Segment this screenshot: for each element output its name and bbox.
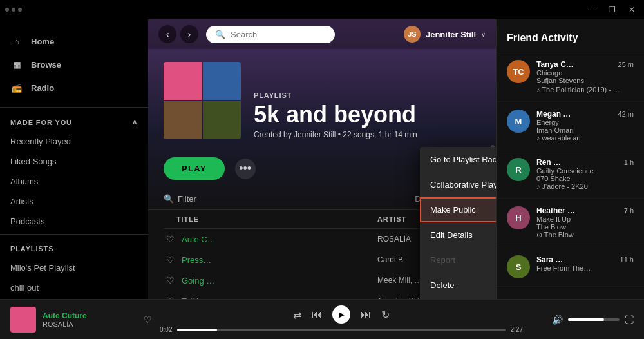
- context-menu-create-similar[interactable]: Create Similar Playlist: [420, 298, 496, 299]
- search-input[interactable]: [231, 30, 321, 39]
- friend-item-1[interactable]: M Megan … 42 m Energy Iman Omari ♪ weara…: [497, 102, 644, 150]
- search-bar[interactable]: 🔍: [206, 26, 335, 43]
- heart-icon[interactable]: ♡: [164, 255, 176, 265]
- chevron-up-icon: ∧: [132, 118, 138, 126]
- friend-item-0[interactable]: TC Tanya C… 25 m Chicago Sufjan Stevens …: [497, 52, 644, 102]
- heart-icon[interactable]: ♡: [164, 296, 176, 299]
- context-menu-playlist-radio[interactable]: Go to Playlist Radio: [420, 147, 496, 172]
- fullscreen-button[interactable]: ⛶: [625, 315, 634, 325]
- sidebar-item-podcasts[interactable]: Podcasts: [0, 211, 148, 231]
- player-controls: ⇄ ⏮ ▶ ⏭ ↻ 0:02 2:27: [160, 305, 523, 333]
- more-options-button[interactable]: •••: [235, 159, 256, 179]
- titlebar-controls: — ❐ ✕: [584, 4, 639, 15]
- repeat-button[interactable]: ↻: [381, 309, 390, 321]
- art-cell-2: [203, 62, 241, 100]
- now-playing: Aute Cuture ROSALÍA ♡: [10, 307, 152, 333]
- friend-song: ♪ The Politician (2019) - …: [536, 86, 620, 93]
- track-title: Aute C…: [182, 235, 372, 244]
- time-current: 0:02: [160, 326, 172, 333]
- filter-icon: 🔍: [164, 194, 174, 204]
- next-button[interactable]: ⏭: [361, 309, 371, 320]
- sidebar-item-radio[interactable]: 📻 Radio: [0, 76, 148, 99]
- friend-track1: Guilty Conscience: [536, 167, 634, 175]
- maximize-button[interactable]: ❐: [605, 4, 620, 15]
- friend-name: Megan …: [536, 110, 571, 119]
- browse-icon: ▦: [10, 58, 23, 71]
- friend-avatar: TC: [507, 60, 530, 83]
- playlist-art: [164, 62, 241, 139]
- title-column-header: TITLE: [176, 215, 377, 223]
- content-area: ‹ › 🔍 JS Jennifer Still ∨ PLAYLIST: [148, 19, 496, 299]
- sidebar-item-label: Browse: [31, 60, 61, 70]
- context-menu-collaborative[interactable]: Collaborative Playlist: [420, 172, 496, 197]
- playlist-title: 5k and beyond: [254, 102, 417, 128]
- friend-name: Ren …: [536, 158, 561, 167]
- sidebar-item-recently-played[interactable]: Recently Played: [0, 131, 148, 151]
- now-playing-title: Aute Cuture: [43, 311, 137, 320]
- heart-icon[interactable]: ♡: [144, 315, 152, 325]
- titlebar: — ❐ ✕: [0, 0, 644, 19]
- sidebar-item-home[interactable]: ⌂ Home: [0, 30, 148, 53]
- sidebar-item-artists[interactable]: Artists: [0, 191, 148, 211]
- friend-time: 42 m: [618, 110, 634, 118]
- friend-track1: Chicago: [536, 69, 634, 77]
- friend-item-3[interactable]: H Heather … 7 h Make It Up The Blow ⊙ Th…: [497, 199, 644, 247]
- progress-fill: [177, 329, 216, 331]
- friend-song: ⊙ The Blow: [536, 231, 634, 239]
- back-button[interactable]: ‹: [158, 25, 176, 43]
- progress-track[interactable]: [177, 329, 505, 331]
- friend-item-2[interactable]: R Ren … 1 h Guilty Conscience 070 Shake …: [497, 150, 644, 199]
- volume-track[interactable]: [568, 318, 620, 321]
- titlebar-dot: [18, 8, 22, 12]
- friend-activity-header: Friend Activity: [497, 19, 644, 52]
- now-playing-artist: ROSALÍA: [43, 320, 137, 328]
- sidebar-nav: ⌂ Home ▦ Browse 📻 Radio: [0, 19, 148, 104]
- sidebar-item-browse[interactable]: ▦ Browse: [0, 53, 148, 76]
- sidebar: ⌂ Home ▦ Browse 📻 Radio Made For You ∧ R…: [0, 19, 148, 299]
- progress-bar: 0:02 2:27: [160, 326, 523, 333]
- sidebar-item-label: Radio: [31, 83, 54, 93]
- heart-icon[interactable]: ♡: [164, 275, 176, 286]
- shuffle-button[interactable]: ⇄: [293, 309, 301, 321]
- bottom-player: Aute Cuture ROSALÍA ♡ ⇄ ⏮ ▶ ⏭ ↻ 0:02 2:2…: [0, 299, 644, 339]
- now-playing-art: [10, 307, 36, 333]
- friend-time: 7 h: [624, 207, 634, 215]
- context-menu: Go to Playlist Radio Collaborative Playl…: [420, 147, 496, 299]
- sidebar-playlist-chill[interactable]: chill out: [0, 278, 148, 298]
- avatar: JS: [404, 26, 421, 43]
- made-for-you-header: Made For You ∧: [0, 110, 148, 131]
- friend-item-4[interactable]: S Sara … 11 h Free From The…: [497, 247, 644, 287]
- content-header: ‹ › 🔍 JS Jennifer Still ∨: [148, 19, 496, 49]
- playlists-header: PLAYLISTS: [0, 237, 148, 258]
- friend-avatar: R: [507, 158, 530, 181]
- titlebar-dot: [12, 8, 15, 12]
- art-cell-1: [164, 62, 202, 100]
- forward-button[interactable]: ›: [180, 25, 198, 43]
- playlist-meta: Created by Jennifer Still • 22 songs, 1 …: [254, 130, 417, 139]
- sidebar-item-albums[interactable]: Albums: [0, 171, 148, 191]
- sidebar-playlist-milos[interactable]: Milo's Pet Playlist: [0, 258, 148, 278]
- context-menu-make-public[interactable]: Make Public: [420, 197, 496, 222]
- volume-icon[interactable]: 🔊: [552, 315, 563, 325]
- sidebar-item-liked-songs[interactable]: Liked Songs: [0, 151, 148, 171]
- volume-fill: [568, 318, 604, 321]
- play-button[interactable]: PLAY: [164, 157, 225, 180]
- close-button[interactable]: ✕: [625, 4, 639, 15]
- previous-button[interactable]: ⏮: [312, 309, 322, 320]
- minimize-button[interactable]: —: [584, 4, 600, 15]
- context-menu-edit-details[interactable]: Edit Details: [420, 222, 496, 247]
- art-cell-4: [203, 101, 241, 139]
- heart-icon[interactable]: ♡: [164, 234, 176, 244]
- user-chevron-icon: ∨: [481, 31, 486, 38]
- radio-icon: 📻: [10, 81, 23, 94]
- volume-controls: 🔊 ⛶: [531, 315, 634, 325]
- friend-track2: Sufjan Stevens: [536, 77, 634, 84]
- playlist-header: PLAYLIST 5k and beyond Created by Jennif…: [148, 49, 496, 150]
- friend-track2: Iman Omari: [536, 126, 634, 134]
- friend-time: 1 h: [624, 159, 634, 166]
- play-pause-button[interactable]: ▶: [332, 305, 350, 324]
- user-badge[interactable]: JS Jennifer Still ∨: [404, 26, 486, 43]
- nav-arrows: ‹ ›: [158, 25, 198, 43]
- context-menu-delete[interactable]: Delete: [420, 273, 496, 298]
- titlebar-dot: [5, 8, 9, 12]
